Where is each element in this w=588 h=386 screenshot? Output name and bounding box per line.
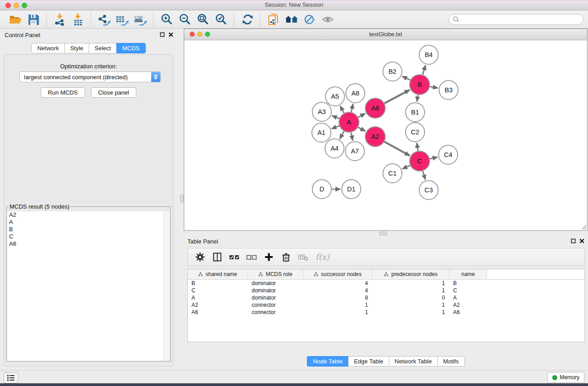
table-cell[interactable]: C: [188, 287, 248, 294]
zoom-fit-icon[interactable]: [195, 12, 210, 27]
table-cell[interactable]: A6: [449, 309, 487, 315]
node-A6[interactable]: A6: [365, 98, 385, 118]
edge-C-C2[interactable]: [417, 143, 418, 151]
tab-style[interactable]: Style: [64, 43, 89, 53]
table-row[interactable]: Bdominator41B: [188, 280, 584, 287]
node-B2[interactable]: B2: [383, 62, 402, 81]
close-panel-button[interactable]: Close panel: [91, 87, 137, 98]
result-item[interactable]: C: [7, 233, 170, 240]
close-panel-icon[interactable]: [168, 32, 173, 37]
table-cell[interactable]: dominator: [248, 295, 303, 301]
table-cell[interactable]: 4: [303, 280, 373, 286]
node-B3[interactable]: B3: [439, 81, 458, 100]
split-columns-icon[interactable]: [210, 251, 224, 263]
zoom-selected-icon[interactable]: [213, 12, 229, 27]
network-window-titlebar[interactable]: testGlobe.txt: [184, 29, 587, 40]
table-row[interactable]: Cdominator41C: [188, 287, 584, 294]
result-scrollbar[interactable]: [163, 211, 170, 361]
criterion-select[interactable]: largest connected component (directed): [19, 71, 161, 82]
edge-A6-B[interactable]: [384, 90, 410, 104]
refresh-layout-icon[interactable]: [239, 12, 255, 27]
table-cell[interactable]: connector: [248, 309, 303, 315]
table-cell[interactable]: C: [449, 287, 487, 294]
zoom-in-icon[interactable]: [159, 12, 174, 27]
horizontal-splitter-handle[interactable]: [379, 232, 387, 235]
result-item[interactable]: A6: [7, 240, 170, 248]
add-column-icon[interactable]: [262, 251, 276, 263]
table-cell[interactable]: 1: [303, 309, 373, 315]
open-file-icon[interactable]: [8, 12, 23, 27]
node-C3[interactable]: C3: [419, 181, 438, 200]
node-A2[interactable]: A2: [365, 127, 385, 147]
tab-mcds[interactable]: MCDS: [116, 43, 145, 53]
delete-column-trash-icon[interactable]: [279, 251, 293, 263]
table-cell[interactable]: 1: [303, 302, 373, 308]
node-A8[interactable]: A8: [346, 84, 365, 103]
node-A7[interactable]: A7: [345, 142, 364, 161]
node-A1[interactable]: A1: [312, 123, 331, 142]
edge-B-B3[interactable]: [430, 86, 438, 88]
table-cell[interactable]: A2: [449, 302, 487, 308]
vertical-splitter-handle[interactable]: [180, 195, 184, 202]
task-history-button[interactable]: [4, 372, 18, 383]
table-cell[interactable]: connector: [248, 302, 303, 308]
node-D[interactable]: D: [312, 180, 331, 199]
export-image-icon[interactable]: [133, 12, 148, 27]
clone-network-icon[interactable]: [266, 12, 281, 27]
node-C4[interactable]: C4: [439, 145, 458, 164]
tab-network[interactable]: Network: [31, 43, 65, 53]
node-D1[interactable]: D1: [342, 180, 361, 199]
table-cell[interactable]: 1: [373, 302, 449, 308]
node-B[interactable]: B: [410, 75, 430, 95]
table-settings-gear-icon[interactable]: [193, 251, 207, 263]
table-cell[interactable]: dominator: [248, 280, 303, 286]
search-input[interactable]: [459, 16, 574, 23]
tab-edge-table[interactable]: Edge Table: [348, 356, 389, 367]
column-header-successor-nodes[interactable]: successor nodes: [303, 269, 373, 279]
edge-C-C4[interactable]: [430, 157, 438, 159]
node-B1[interactable]: B1: [406, 103, 425, 122]
network-graph[interactable]: B4B2BB3A8A5A6A3B1AA1C2A2A4A7C4CC1DD1C3: [184, 40, 587, 230]
tab-network-table[interactable]: Network Table: [389, 356, 438, 367]
save-session-icon[interactable]: [26, 12, 41, 27]
edge-A-A2[interactable]: [358, 127, 365, 131]
tab-motifs[interactable]: Motifs: [437, 356, 465, 367]
tab-node-table[interactable]: Node Table: [307, 356, 349, 367]
table-cell[interactable]: A: [188, 295, 248, 301]
close-table-panel-icon[interactable]: [579, 238, 584, 243]
export-table-icon[interactable]: [115, 12, 130, 27]
table-cell[interactable]: 4: [303, 287, 373, 294]
resize-grip-icon[interactable]: [581, 224, 587, 230]
edge-A-A6[interactable]: [358, 114, 365, 117]
select-all-columns-icon[interactable]: [228, 251, 241, 263]
edge-A-A7[interactable]: [351, 133, 353, 141]
table-cell[interactable]: 1: [373, 280, 449, 286]
edge-B-B4[interactable]: [423, 65, 425, 75]
eye-icon[interactable]: [320, 12, 335, 27]
export-network-icon[interactable]: [96, 12, 112, 27]
edge-B-B1[interactable]: [417, 95, 418, 102]
tab-select[interactable]: Select: [89, 43, 117, 53]
edge-A-A1[interactable]: [332, 126, 339, 129]
hide-graphics-details-icon[interactable]: [302, 12, 317, 27]
table-cell[interactable]: 0: [373, 295, 449, 301]
table-row[interactable]: A6connector11A6: [188, 309, 584, 316]
result-item[interactable]: B: [7, 226, 170, 233]
node-A5[interactable]: A5: [325, 87, 344, 106]
edge-A-A8[interactable]: [351, 104, 353, 112]
home-views-icon[interactable]: [284, 12, 299, 27]
float-table-panel-icon[interactable]: [571, 238, 576, 243]
edge-A2-C[interactable]: [384, 142, 410, 156]
table-cell[interactable]: 1: [373, 309, 449, 315]
table-cell[interactable]: B: [449, 280, 487, 286]
result-item[interactable]: A: [7, 219, 170, 226]
node-C1[interactable]: C1: [383, 164, 402, 183]
table-row[interactable]: A2connector11A2: [188, 301, 584, 309]
zoom-out-icon[interactable]: [177, 12, 192, 27]
node-A4[interactable]: A4: [325, 139, 344, 158]
import-table-icon[interactable]: [70, 12, 86, 27]
search-field[interactable]: [449, 14, 583, 25]
column-header-shared-name[interactable]: shared name: [188, 269, 248, 279]
table-cell[interactable]: 1: [373, 287, 449, 294]
column-header-name[interactable]: name: [449, 269, 487, 279]
